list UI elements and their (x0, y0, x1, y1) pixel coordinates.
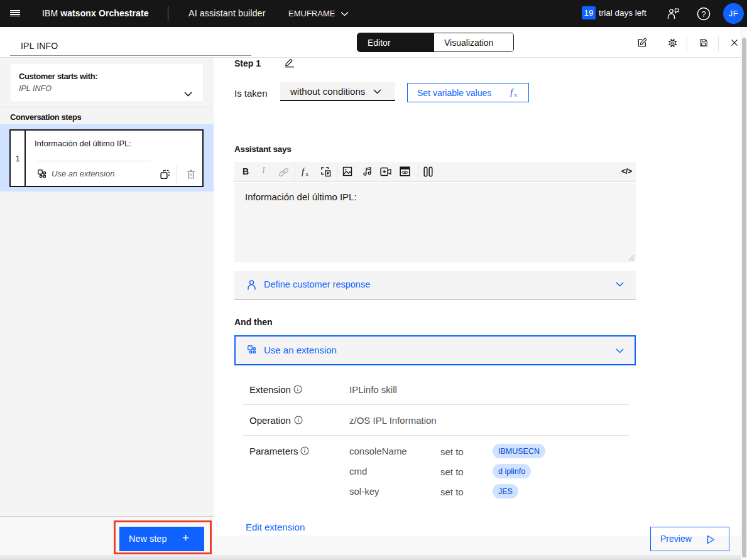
svg-text:f: f (510, 87, 514, 97)
svg-text:x: x (305, 171, 308, 177)
svg-text:?: ? (701, 9, 706, 19)
svg-text:f: f (302, 166, 305, 176)
svg-text:x: x (514, 92, 517, 98)
